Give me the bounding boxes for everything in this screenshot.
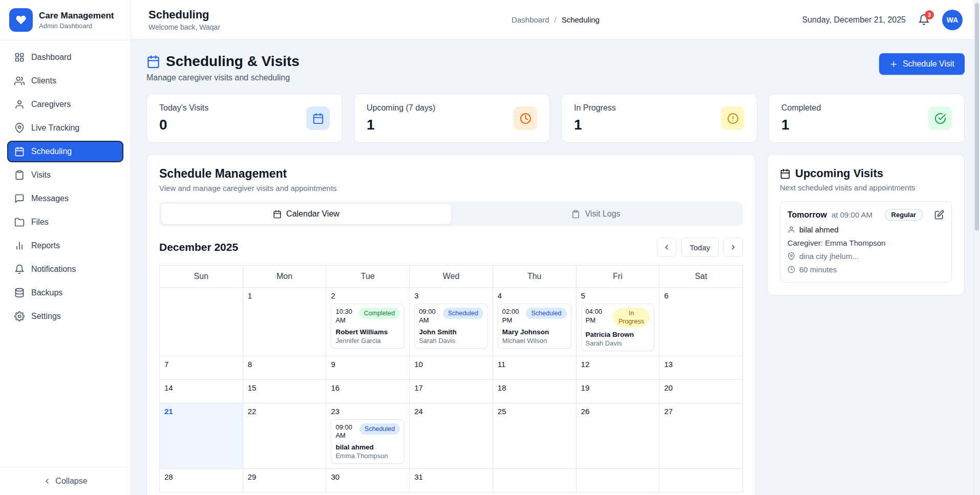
clipboard-icon	[571, 210, 580, 219]
schedule-management-subtitle: View and manage caregiver visits and app…	[159, 184, 743, 192]
calendar-day-28[interactable]: 28	[160, 469, 243, 492]
clock-icon	[787, 266, 795, 273]
calendar-icon	[273, 210, 282, 219]
calendar-day-1[interactable]: 1	[243, 288, 327, 356]
scrollbar-thumb[interactable]	[975, 3, 979, 231]
calendar-event[interactable]: 09:00 AMScheduledbilal ahmedEmma Thompso…	[331, 419, 404, 464]
upcoming-visits-title-row: Upcoming Visits	[780, 167, 952, 180]
sidebar-item-dashboard[interactable]: Dashboard	[7, 47, 123, 68]
calendar-day-31[interactable]: 31	[410, 469, 493, 492]
calendar-day-3[interactable]: 309:00 AMScheduledJohn SmithSarah Davis	[410, 288, 493, 356]
calendar-day-23[interactable]: 2309:00 AMScheduledbilal ahmedEmma Thomp…	[326, 403, 410, 469]
calendar-grid: SunMonTueWedThuFriSat1210:30 AMCompleted…	[159, 265, 743, 492]
calendar-day-11[interactable]: 11	[493, 356, 577, 380]
sidebar-item-visits[interactable]: Visits	[7, 164, 123, 186]
visit-when: Tomorrow	[787, 210, 827, 220]
next-month-button[interactable]	[723, 238, 743, 257]
topbar-left: Scheduling Welcome back, Waqar	[148, 8, 512, 31]
tab-calendar-view[interactable]: Calendar View	[161, 204, 451, 224]
sidebar-menu: DashboardClientsCaregiversLive TrackingS…	[0, 40, 131, 467]
calendar-day-12[interactable]: 12	[577, 356, 660, 380]
tab-visit-logs[interactable]: Visit Logs	[451, 204, 741, 224]
calendar-day-empty	[659, 469, 743, 492]
sidebar-item-backups[interactable]: Backups	[7, 282, 123, 304]
calendar-day-18[interactable]: 18	[493, 380, 577, 403]
sidebar-item-notifications[interactable]: Notifications	[7, 259, 123, 280]
calendar-day-25[interactable]: 25	[493, 403, 577, 469]
status-badge: Completed	[359, 308, 400, 319]
calendar-event[interactable]: 04:00 PMIn ProgressPatricia BrownSarah D…	[581, 304, 655, 351]
stat-label: Completed	[781, 103, 821, 113]
calendar-day-13[interactable]: 13	[659, 356, 743, 380]
sidebar-item-files[interactable]: Files	[7, 211, 123, 233]
day-number: 5	[581, 291, 655, 300]
calendar-event[interactable]: 10:30 AMCompletedRobert WilliamsJennifer…	[331, 304, 404, 349]
today-button[interactable]: Today	[681, 238, 719, 257]
calendar-day-5[interactable]: 504:00 PMIn ProgressPatricia BrownSarah …	[577, 288, 660, 356]
sidebar-item-scheduling[interactable]: Scheduling	[7, 141, 123, 162]
calendar-icon	[146, 55, 160, 69]
collapse-button[interactable]: Collapse	[0, 467, 131, 495]
tab-label: Calendar View	[286, 209, 339, 219]
calendar-day-empty	[577, 469, 660, 492]
stat-label: Upcoming (7 days)	[367, 103, 435, 113]
visit-duration: 60 minutes	[799, 265, 837, 274]
brand: Care Management Admin Dashboard	[0, 0, 131, 40]
calendar-day-7[interactable]: 7	[160, 356, 243, 380]
calendar-day-21[interactable]: 21	[160, 403, 243, 469]
calendar-day-29[interactable]: 29	[243, 469, 327, 492]
sidebar-item-settings[interactable]: Settings	[7, 306, 123, 327]
sidebar-item-live-tracking[interactable]: Live Tracking	[7, 117, 123, 139]
calendar-day-19[interactable]: 19	[577, 380, 660, 403]
status-badge: In Progress	[613, 308, 650, 328]
day-number: 14	[164, 383, 238, 392]
sidebar-item-clients[interactable]: Clients	[7, 70, 123, 92]
sidebar-item-caregivers[interactable]: Caregivers	[7, 94, 123, 115]
sidebar-item-label: Clients	[31, 76, 56, 85]
prev-month-button[interactable]	[657, 238, 676, 257]
weekday-header: Wed	[410, 266, 493, 288]
status-badge: Scheduled	[526, 308, 566, 319]
calendar-day-16[interactable]: 16	[326, 380, 410, 403]
calendar-day-4[interactable]: 402:00 PMScheduledMary JohnsonMichael Wi…	[493, 288, 577, 356]
calendar-day-27[interactable]: 27	[659, 403, 743, 469]
calendar-day-17[interactable]: 17	[410, 380, 493, 403]
topbar: Scheduling Welcome back, Waqar Dashboard…	[131, 0, 980, 40]
upcoming-visit-item[interactable]: Tomorrow at 09:00 AM Regular bilal ahmed…	[780, 201, 952, 283]
avatar[interactable]: WA	[942, 10, 963, 30]
notifications-button[interactable]: 3	[918, 14, 930, 26]
day-number: 19	[581, 383, 655, 392]
stat-card-today-s-visits: Today's Visits0	[146, 94, 343, 143]
grid-icon	[14, 52, 25, 62]
status-badge: Scheduled	[443, 308, 483, 319]
tab-label: Visit Logs	[585, 209, 620, 219]
stat-value: 1	[367, 117, 435, 133]
calendar-day-15[interactable]: 15	[243, 380, 327, 403]
calendar-event[interactable]: 09:00 AMScheduledJohn SmithSarah Davis	[414, 304, 488, 349]
day-number: 29	[248, 472, 322, 481]
edit-icon[interactable]	[934, 210, 944, 220]
calendar-day-2[interactable]: 210:30 AMCompletedRobert WilliamsJennife…	[326, 288, 410, 356]
calendar-event[interactable]: 02:00 PMScheduledMary JohnsonMichael Wil…	[498, 304, 571, 349]
calendar-day-26[interactable]: 26	[577, 403, 660, 469]
calendar-day-10[interactable]: 10	[410, 356, 493, 380]
calendar-day-24[interactable]: 24	[410, 403, 493, 469]
calendar-day-20[interactable]: 20	[659, 380, 743, 403]
breadcrumb-dashboard-link[interactable]: Dashboard	[512, 15, 549, 24]
schedule-visit-button[interactable]: Schedule Visit	[879, 53, 965, 75]
calendar-day-9[interactable]: 9	[326, 356, 410, 380]
day-number: 17	[414, 383, 488, 392]
section-heading: Scheduling & Visits Manage caregiver vis…	[146, 53, 300, 82]
sidebar-item-reports[interactable]: Reports	[7, 235, 123, 256]
status-badge: Scheduled	[359, 423, 400, 435]
sidebar-item-messages[interactable]: Messages	[7, 188, 123, 209]
calendar-day-30[interactable]: 30	[326, 469, 410, 492]
calendar-day-14[interactable]: 14	[160, 380, 243, 403]
weekday-header: Tue	[326, 266, 410, 288]
calendar-day-6[interactable]: 6	[659, 288, 743, 356]
collapse-label: Collapse	[55, 477, 87, 486]
calendar-day-22[interactable]: 22	[243, 403, 327, 469]
section-title-row: Scheduling & Visits	[146, 53, 300, 70]
calendar-day-8[interactable]: 8	[243, 356, 327, 380]
app-title: Care Management	[39, 11, 114, 21]
